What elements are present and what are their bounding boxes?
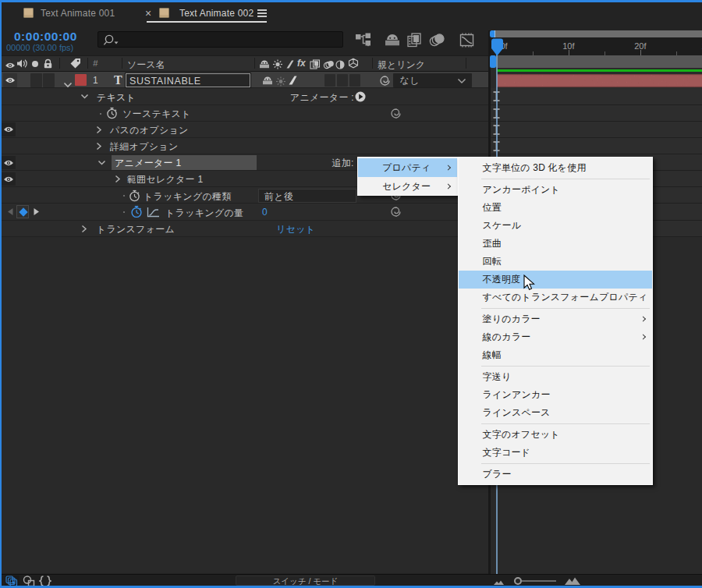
pickwhip-icon[interactable] — [390, 206, 402, 218]
track-row[interactable] — [491, 138, 702, 154]
menu-item-stroke-width[interactable]: 線幅 — [459, 346, 652, 364]
audio-cell[interactable] — [30, 73, 42, 87]
layer-label-color-swatch[interactable] — [75, 74, 87, 86]
time-ruler[interactable]: 00f 10f 20f 1:00f — [491, 37, 702, 56]
zoom-slider-track[interactable] — [522, 580, 556, 582]
chevron-down-icon[interactable] — [80, 94, 89, 100]
chevron-down-icon — [457, 78, 466, 84]
tab-text-animate-002[interactable]: Text Animate 002 — [179, 8, 254, 19]
current-time-display[interactable]: 0:00:00:00 — [14, 30, 77, 44]
menu-item-anchor-point[interactable]: アンカーポイント — [459, 181, 652, 199]
layer-collapse-switch-icon[interactable] — [275, 76, 286, 90]
menu-item-position[interactable]: 位置 — [459, 199, 652, 217]
chevron-down-icon[interactable] — [98, 160, 106, 166]
menu-item-character-offset[interactable]: 文字のオフセット — [459, 426, 652, 444]
expand-layer-switches-cell[interactable] — [5, 576, 20, 586]
visibility-cell[interactable] — [2, 156, 16, 170]
motion-blur-icon[interactable] — [428, 34, 447, 50]
stopwatch-icon[interactable] — [129, 190, 140, 202]
chevron-right-icon[interactable] — [96, 142, 102, 151]
parent-link-column-header[interactable]: 親とリンク — [378, 58, 425, 72]
chevron-right-icon[interactable] — [81, 225, 87, 233]
visibility-cell[interactable] — [2, 172, 16, 186]
parent-dropdown[interactable]: なし — [393, 73, 472, 87]
property-group-transform[interactable]: トランスフォーム リセット — [0, 221, 489, 237]
layer-visibility-cell[interactable] — [3, 73, 17, 87]
track-row[interactable] — [491, 122, 702, 138]
chevron-right-icon[interactable] — [96, 126, 102, 134]
layer-switch-cell[interactable] — [324, 74, 335, 87]
menu-separator — [481, 308, 650, 309]
menu-item-line-spacing[interactable]: ラインスペース — [459, 404, 652, 422]
menu-item-character-value[interactable]: 文字コード — [459, 444, 652, 462]
parent-pickwhip-icon[interactable] — [379, 75, 391, 90]
layer-duration-bar[interactable] — [497, 74, 702, 87]
menu-item-rotation[interactable]: 回転 — [459, 253, 652, 271]
frame-blending-icon[interactable] — [406, 33, 424, 51]
keyframe-cell[interactable] — [16, 205, 29, 218]
transform-reset-link[interactable]: リセット — [276, 223, 315, 236]
track-row[interactable] — [491, 105, 702, 122]
property-group-more-options[interactable]: 詳細オプション — [0, 138, 489, 154]
menu-item-label: 線幅 — [483, 349, 502, 360]
track-row[interactable] — [491, 88, 702, 104]
property-tracking-amount[interactable]: トラッキングの量 0 — [0, 204, 489, 220]
menu-item-all-transform-properties[interactable]: すべてのトランスフォームプロパティ — [459, 289, 652, 306]
menu-item-fill-color[interactable]: 塗りのカラー — [459, 310, 652, 328]
work-area-bar[interactable] — [497, 55, 702, 68]
pickwhip-icon[interactable] — [390, 108, 402, 119]
property-group-path-options[interactable]: パスのオプション — [0, 122, 489, 138]
menu-item-blur[interactable]: ブラー — [459, 466, 652, 484]
menu-item-tracking[interactable]: 字送り — [459, 368, 652, 386]
solo-cell[interactable] — [43, 73, 55, 87]
keyframe-diamond-icon[interactable] — [19, 207, 27, 216]
work-area-start-handle[interactable] — [490, 55, 496, 68]
animator-add-button-icon[interactable] — [355, 91, 366, 102]
stopwatch-active-icon[interactable] — [130, 205, 143, 218]
time-navigator-bar[interactable] — [490, 30, 702, 37]
fx-switch-icon: fx — [297, 58, 306, 69]
zoom-slider-handle[interactable] — [514, 577, 522, 585]
menu-item-opacity[interactable]: 不透明度 — [459, 271, 652, 289]
property-source-text[interactable]: ソーステキスト — [0, 105, 489, 122]
playhead-marker[interactable] — [491, 38, 504, 56]
switches-modes-toggle[interactable]: スイッチ / モード — [236, 576, 375, 586]
layer-number-column-header[interactable]: # — [93, 58, 98, 68]
menu-item-property[interactable]: プロパティ — [358, 158, 457, 178]
menu-item-line-anchor[interactable]: ラインアンカー — [459, 386, 652, 404]
menu-item-scale[interactable]: スケール — [459, 217, 652, 235]
layer-shy-switch-icon[interactable] — [262, 75, 273, 89]
graph-toggle-icon[interactable] — [147, 207, 160, 218]
composition-mini-flowchart-icon[interactable] — [355, 33, 374, 50]
expand-in-out-duration-icon[interactable] — [39, 576, 51, 586]
search-input[interactable] — [98, 31, 343, 48]
graph-editor-icon[interactable] — [459, 33, 476, 51]
panel-menu-icon[interactable] — [257, 9, 267, 17]
chevron-right-icon[interactable] — [115, 175, 121, 183]
stopwatch-icon[interactable] — [106, 107, 118, 119]
menu-item-selector[interactable]: セレクター — [358, 177, 457, 197]
animator-add-menu-label[interactable]: 追加: — [332, 157, 354, 170]
layer-quality-switch-icon[interactable] — [288, 75, 298, 89]
source-name-column-header[interactable]: ソース名 — [127, 58, 165, 72]
animator-add-label[interactable]: アニメーター : — [290, 91, 354, 104]
menu-item-enable-per-character-3d[interactable]: 文字単位の 3D 化を使用 — [459, 159, 652, 177]
zoom-out-icon[interactable] — [493, 579, 505, 586]
next-keyframe-icon[interactable] — [33, 207, 41, 216]
hide-shy-layers-icon[interactable] — [384, 33, 401, 50]
tracking-type-dropdown[interactable]: 前と後 — [258, 189, 356, 203]
menu-item-stroke-color[interactable]: 線のカラー — [459, 328, 652, 346]
visibility-cell[interactable] — [2, 122, 16, 136]
menu-item-skew[interactable]: 歪曲 — [459, 235, 652, 253]
tracking-amount-value[interactable]: 0 — [262, 207, 268, 218]
layer-switch-cell[interactable] — [349, 74, 360, 87]
prev-keyframe-icon[interactable] — [6, 207, 14, 216]
time-navigator-start-handle[interactable] — [490, 30, 495, 37]
zoom-in-icon[interactable] — [564, 576, 581, 586]
layer-name-field[interactable]: SUSTAINABLE — [126, 73, 250, 87]
property-group-text[interactable]: テキスト アニメーター : — [0, 88, 489, 104]
tab-text-animate-001[interactable]: Text Animate 001 — [41, 8, 115, 19]
layer-switch-cell[interactable] — [337, 74, 348, 87]
expand-transfer-controls-icon[interactable] — [23, 576, 37, 586]
close-tab-icon[interactable]: × — [145, 9, 151, 19]
